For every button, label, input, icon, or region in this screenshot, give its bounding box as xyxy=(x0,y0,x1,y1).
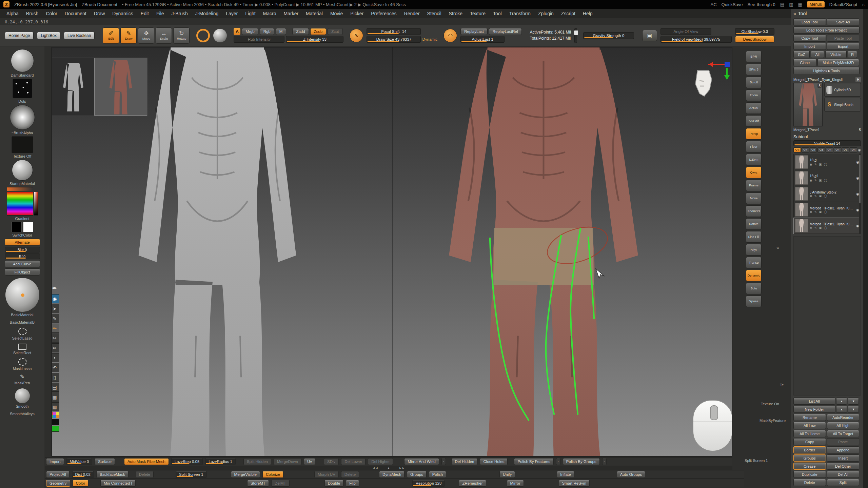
select-rect-icon[interactable] xyxy=(18,344,26,350)
document-canvas[interactable]: ✒ ◉➤✎✏✂✑•↶▯▤▦▩ xyxy=(52,47,732,456)
mask-lasso-icon[interactable] xyxy=(18,358,27,366)
field-of-view-slider[interactable]: Field of view(deg) 39.59775 xyxy=(660,36,732,43)
mrgb-button[interactable]: Mrgb xyxy=(242,28,258,35)
draw-size-slider[interactable]: Draw Size 43.76337 xyxy=(367,36,421,43)
saturation-value-square[interactable] xyxy=(34,192,38,216)
quickbar-tool-button[interactable]: ▯ xyxy=(52,373,59,382)
accucurve-button[interactable]: AccuCurve xyxy=(5,260,40,267)
subtool-action-button[interactable]: Paste xyxy=(827,438,860,445)
panel-collapse-chevron[interactable]: « xyxy=(776,245,779,250)
right-shelf-button[interactable]: BPR xyxy=(746,51,762,62)
subtool-action-button[interactable]: Copy xyxy=(793,438,826,445)
subtool-list-scrollbar[interactable] xyxy=(859,154,861,234)
bottom-bar-button[interactable]: Uv xyxy=(304,458,315,465)
bottom-bar-button[interactable]: Colorize xyxy=(262,471,283,478)
subtool-action-button[interactable]: Insert xyxy=(827,454,860,462)
subtool-version-tab[interactable]: V2 xyxy=(802,147,809,152)
tool-panel-button[interactable]: Load Tool xyxy=(793,18,826,25)
menu-item[interactable]: Light xyxy=(241,11,259,16)
bottom-bar-button[interactable]: Polish By Features xyxy=(514,458,554,465)
right-shelf-button[interactable]: Floor xyxy=(746,141,762,152)
quickbar-tool-button[interactable]: ➤ xyxy=(52,304,59,313)
color-picker[interactable] xyxy=(7,187,38,216)
texture-on-label[interactable]: Texture On xyxy=(761,402,779,406)
bottom-bar-button[interactable]: Split Hidden xyxy=(243,458,271,465)
menu-item[interactable]: Zplugin xyxy=(534,11,557,16)
subtool-row[interactable]: Merged_TPose1_Ryan_Kingslien ◉ ✎ ▣ ◯ ◉ xyxy=(794,202,861,218)
menu-item[interactable]: Alpha xyxy=(3,11,22,16)
green-swatch[interactable] xyxy=(52,426,59,432)
quickbar-tool-button[interactable]: ✂ xyxy=(52,333,59,343)
replay-last-button[interactable]: ReplayLast xyxy=(460,28,488,35)
bottom-bar-button[interactable]: Close Holes xyxy=(480,458,508,465)
tool-panel-button[interactable]: GoZ xyxy=(793,51,810,58)
quickbar-tool-button[interactable]: ✑ xyxy=(52,343,59,352)
tool-panel-button[interactable]: Paste Tool xyxy=(827,35,860,42)
bottom-bar-button[interactable]: Mirror xyxy=(507,480,524,487)
subtool-version-tab[interactable]: V7 xyxy=(842,147,849,152)
tool-panel-button[interactable]: Export xyxy=(827,43,860,50)
right-shelf-button[interactable]: Solo xyxy=(746,283,762,294)
right-shelf-button[interactable]: Frame xyxy=(746,180,762,191)
menu-item[interactable]: Zscript xyxy=(557,11,579,16)
mini-color-swatches[interactable] xyxy=(52,412,59,418)
menu-item[interactable]: Document xyxy=(61,11,90,16)
bottom-bar-button[interactable]: Polish xyxy=(429,471,446,478)
subtool-action-button[interactable]: All To Home xyxy=(793,430,826,437)
rgb-button[interactable]: Rgb xyxy=(260,28,274,35)
blur-slider[interactable]: Blur 0 xyxy=(5,247,40,252)
tool-panel-button[interactable]: Save As xyxy=(827,18,860,25)
subtool-action-button[interactable]: Border xyxy=(793,446,826,453)
menu-item[interactable]: Layer xyxy=(222,11,241,16)
menu-item[interactable]: Stroke xyxy=(445,11,466,16)
bottom-bar-button[interactable]: Del Lower xyxy=(341,458,366,465)
quickbar-tool-button[interactable]: ▦ xyxy=(52,392,59,402)
pin-tool-icon[interactable]: ✒ xyxy=(52,285,57,292)
right-shelf-button[interactable]: Xpose xyxy=(746,296,762,307)
basic-material-thumbnail[interactable] xyxy=(5,278,39,312)
window-rows-icon[interactable]: ▥ xyxy=(789,2,793,7)
main-color-swatch[interactable] xyxy=(12,222,22,232)
menu-item[interactable]: Help xyxy=(579,11,596,16)
bottom-bar-button[interactable]: Surface xyxy=(95,458,115,465)
hue-bar[interactable] xyxy=(7,192,33,216)
material-thumbnail[interactable] xyxy=(12,160,33,181)
menu-item[interactable]: Color xyxy=(42,11,61,16)
bottom-bar-button[interactable]: Resolution 128 xyxy=(412,480,445,487)
subtool-header[interactable]: Subtool xyxy=(793,135,861,139)
transform-mode-button[interactable]: ✥ Move xyxy=(138,27,154,44)
subtool-action-button[interactable]: AutoReorder xyxy=(827,414,860,421)
bottom-bar-button[interactable]: Inflate xyxy=(557,471,574,478)
subtool-action-button[interactable]: Groups xyxy=(793,454,826,462)
bottom-bar-button[interactable]: ◦ xyxy=(602,458,607,465)
quickbar-tool-button[interactable]: ▤ xyxy=(52,383,59,392)
quickbar-tool-button[interactable]: ↶ xyxy=(52,363,59,372)
right-shelf-button[interactable]: Zoom xyxy=(746,89,762,101)
right-shelf-button[interactable]: Dynamic xyxy=(746,270,762,281)
menu-item[interactable]: Picker xyxy=(347,11,367,16)
tray-right-arrows[interactable]: ►► xyxy=(399,466,405,470)
subtool-action-button[interactable]: Crease xyxy=(793,463,826,470)
subtool-row-icons[interactable]: ◉ ✎ ▣ ◯ xyxy=(810,163,854,166)
menu-item[interactable]: Dynamics xyxy=(108,11,137,16)
document-nav-thumbnail[interactable] xyxy=(52,58,147,116)
tool-panel-button[interactable]: R xyxy=(848,51,857,58)
right-shelf-button[interactable]: PolyF xyxy=(746,244,762,256)
subtool-action-button[interactable]: List All xyxy=(793,398,835,405)
smooth-brush-thumbnail[interactable] xyxy=(15,388,30,403)
bottom-bar-button[interactable]: SDiv xyxy=(324,458,339,465)
right-shelf-button[interactable]: AAHalf xyxy=(746,115,762,127)
fillobject-button[interactable]: FillObject xyxy=(5,268,40,276)
stroke-thumbnail-dots[interactable] xyxy=(13,79,32,98)
bottom-bar-button[interactable]: ProjectAll xyxy=(46,471,70,478)
bottom-bar-button[interactable]: Morph UV xyxy=(314,471,339,478)
bottom-bar-button[interactable]: Dist 0.02 xyxy=(72,471,94,478)
menu-item[interactable]: Transform xyxy=(506,11,534,16)
zsub-button[interactable]: Zsub xyxy=(310,28,327,35)
lightbox-button[interactable]: LightBox xyxy=(37,32,60,39)
subtool-version-tab[interactable]: V1 xyxy=(793,147,801,152)
bottom-bar-button[interactable]: LazyStep 0.05 xyxy=(171,458,203,465)
head-reference-icon[interactable] xyxy=(693,69,714,98)
bottom-bar-button[interactable]: Import xyxy=(46,458,64,465)
menu-item[interactable]: Render xyxy=(400,11,423,16)
